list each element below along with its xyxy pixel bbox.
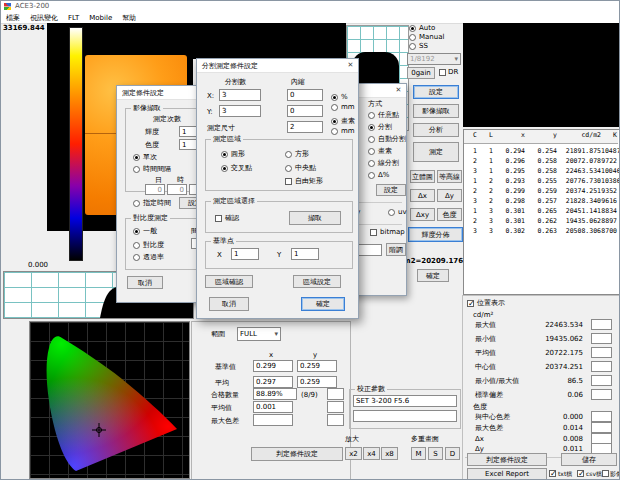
cross-point-radio[interactable] <box>221 165 228 172</box>
close-icon[interactable]: ✕ <box>393 85 404 95</box>
dr-checkbox[interactable] <box>439 69 446 76</box>
chroma-label: 色度 <box>145 141 159 150</box>
x-inset-field[interactable]: 0 <box>287 89 323 101</box>
inset-pct-radio[interactable] <box>331 94 338 101</box>
contour-button[interactable]: 等高線 <box>437 170 462 183</box>
secondary-image-display[interactable] <box>463 23 619 127</box>
square-radio[interactable] <box>285 151 292 158</box>
txt-file-checkbox[interactable] <box>549 470 556 477</box>
single-radio[interactable] <box>133 154 140 161</box>
shutter-select[interactable]: 1/8192▾ <box>407 53 461 65</box>
any-point-radio[interactable] <box>368 112 375 119</box>
menu-flt[interactable]: FLT <box>63 13 84 23</box>
ref-point-x-field[interactable]: 1 <box>231 248 259 260</box>
measure-button[interactable]: 測定 <box>413 142 459 162</box>
bitmap-checkbox[interactable] <box>370 229 377 236</box>
judge-condition-button-2[interactable]: 判定條件設定 <box>251 447 343 461</box>
delta-xy-button[interactable]: Δxy <box>410 208 435 221</box>
general-radio[interactable] <box>133 228 140 235</box>
close-icon[interactable]: ✕ <box>345 60 356 70</box>
menu-mobile[interactable]: Mobile <box>84 13 117 23</box>
measure-size-field[interactable]: 2 <box>287 121 323 133</box>
confirm-checkbox[interactable] <box>215 215 222 222</box>
line-split-radio[interactable] <box>368 160 375 167</box>
y-div-field[interactable]: 3 <box>219 105 261 117</box>
multi-screen-label: 多重畫面 <box>411 435 439 444</box>
circle-radio[interactable] <box>221 151 228 158</box>
luminance-dist-button[interactable]: 輝度分佈 <box>408 227 463 242</box>
contrast-radio[interactable] <box>133 242 140 249</box>
ref-x-field[interactable]: 0.299 <box>253 360 293 372</box>
measure-cancel-button[interactable]: 取消 <box>127 276 163 289</box>
split-radio[interactable] <box>368 124 375 131</box>
cell: 20508.306 <box>557 227 601 236</box>
spec-time-radio[interactable] <box>133 200 140 207</box>
position-display-checkbox[interactable] <box>467 300 474 307</box>
cell: 19435.062 <box>557 217 601 226</box>
x-div-field[interactable]: 3 <box>219 89 261 101</box>
view-3d-button[interactable]: 立體圖 <box>410 170 435 183</box>
delta-pct-radio[interactable] <box>368 172 375 179</box>
dr-label: DR <box>448 68 458 77</box>
auto-split-radio[interactable] <box>368 136 375 143</box>
zoom-x8-button[interactable]: x8 <box>381 447 398 460</box>
multi-s-button[interactable]: S <box>428 447 443 460</box>
grab-button[interactable]: 擷取 <box>289 211 341 225</box>
zoom-x2-button[interactable]: x2 <box>345 447 362 460</box>
capture-button[interactable]: 影像擷取 <box>413 104 459 118</box>
delta-y-button[interactable]: Δy <box>437 189 462 202</box>
free-rect-checkbox[interactable] <box>285 178 292 185</box>
cancel-button[interactable]: 取消 <box>209 297 249 311</box>
excel-report-button[interactable]: Excel Report <box>467 468 547 480</box>
multi-d-button[interactable]: D <box>445 447 460 460</box>
zero-gain-button[interactable]: 0gain <box>407 67 435 79</box>
inset-mm-radio[interactable] <box>331 104 338 111</box>
uv-radio[interactable] <box>388 209 395 216</box>
method-set-button[interactable]: 設定 <box>376 184 406 196</box>
ref-y-field[interactable]: 0.259 <box>297 360 337 372</box>
ok-button[interactable]: 確定 <box>301 297 345 311</box>
pixel-radio[interactable] <box>368 148 375 155</box>
result-box <box>591 375 612 386</box>
calibration-field-2[interactable] <box>353 410 457 422</box>
y-inset-field[interactable]: 0 <box>287 105 323 117</box>
general-label: 一般 <box>143 227 157 236</box>
result-box <box>591 411 612 422</box>
confirm-button[interactable]: 確定 <box>417 269 449 282</box>
auto-radio[interactable] <box>409 25 416 32</box>
hour-field[interactable]: 0 <box>167 184 187 195</box>
settings-button[interactable]: 設定 <box>413 85 459 99</box>
calibration-field-1[interactable]: SET 3-200 F5.6 <box>353 395 457 407</box>
zoom-x4-button[interactable]: x4 <box>363 447 380 460</box>
day-field[interactable]: 0 <box>145 184 165 195</box>
range-select[interactable]: FULL▾ <box>237 327 281 341</box>
cell: 1 <box>465 147 477 156</box>
center-point-radio[interactable] <box>285 165 292 172</box>
save-button[interactable]: 儲存 <box>561 453 617 466</box>
interval-radio[interactable] <box>133 166 140 173</box>
delta-x-button[interactable]: Δx <box>410 189 435 202</box>
avg-x-field[interactable]: 0.297 <box>253 376 293 388</box>
cell: 10386 <box>601 177 617 186</box>
size-pixel-radio[interactable] <box>331 118 338 125</box>
multi-m-button[interactable]: M <box>411 447 426 460</box>
area-confirm-button[interactable]: 區域確認 <box>205 275 253 288</box>
analyze-button[interactable]: 分析 <box>413 123 459 137</box>
avg-y-field[interactable]: 0.259 <box>297 376 337 388</box>
chroma-button[interactable]: 色度 <box>437 208 462 221</box>
contrast-label: 對比度 <box>143 241 164 250</box>
scale-max-label: 33169.844 <box>3 24 45 33</box>
csv-file-checkbox[interactable] <box>577 470 584 477</box>
size-mm-radio[interactable] <box>331 128 338 135</box>
menu-file[interactable]: 檔案 <box>1 12 25 24</box>
ss-radio[interactable] <box>409 43 416 50</box>
area-set-button[interactable]: 區域設定 <box>293 275 341 288</box>
measure-dialog-title: 測定條件設定 <box>122 88 164 98</box>
tone-button[interactable]: 階調 <box>386 243 406 256</box>
judge-condition-button[interactable]: 判定條件設定 <box>467 453 547 466</box>
transmit-radio[interactable] <box>133 254 140 261</box>
manual-radio[interactable] <box>409 34 416 41</box>
ref-point-y-field[interactable]: 1 <box>291 248 319 260</box>
cie-chromaticity-panel[interactable] <box>29 321 190 479</box>
image-file-checkbox[interactable] <box>602 470 609 477</box>
